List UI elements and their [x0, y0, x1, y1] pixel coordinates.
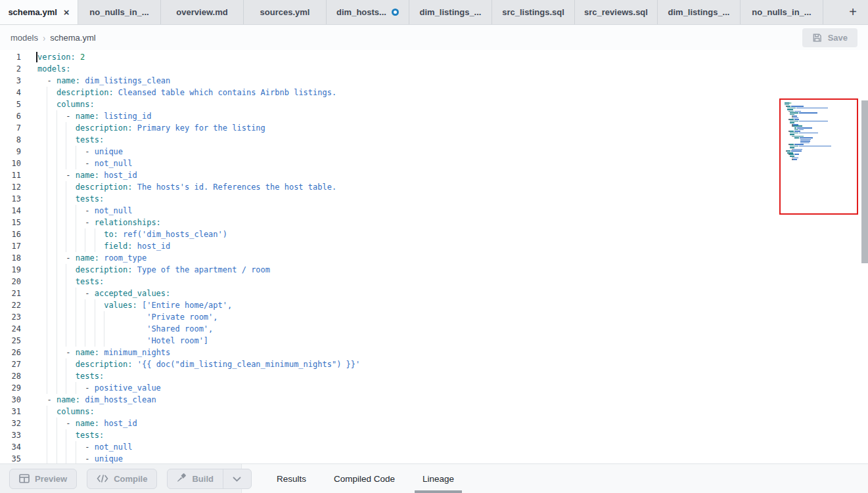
- code-line[interactable]: 10 - not_null: [0, 158, 868, 169]
- tab-src-reviews-sql[interactable]: src_reviews.sql: [575, 0, 658, 24]
- line-number[interactable]: 35: [0, 453, 21, 463]
- line-number[interactable]: 3: [0, 75, 21, 87]
- line-number[interactable]: 6: [0, 110, 21, 122]
- code-line[interactable]: 12 description: The hosts's id. Referenc…: [0, 181, 868, 193]
- tab-lineage[interactable]: Lineage: [409, 464, 468, 493]
- minimap[interactable]: [779, 98, 858, 215]
- code-line[interactable]: 20 tests:: [0, 276, 868, 288]
- line-number[interactable]: 16: [0, 228, 21, 240]
- preview-button[interactable]: Preview: [9, 469, 77, 489]
- line-number[interactable]: 21: [0, 288, 21, 299]
- code-line[interactable]: 34 - not_null: [0, 441, 868, 453]
- line-number[interactable]: 14: [0, 205, 21, 217]
- line-number[interactable]: 31: [0, 406, 21, 418]
- tab-results[interactable]: Results: [263, 464, 320, 493]
- line-number[interactable]: 27: [0, 358, 21, 370]
- code-line[interactable]: 9 - unique: [0, 146, 868, 158]
- code-line[interactable]: 2models:: [0, 63, 868, 75]
- build-dropdown-button[interactable]: [223, 469, 251, 488]
- line-number[interactable]: 4: [0, 87, 21, 98]
- code-line[interactable]: 15 - relationships:: [0, 217, 868, 228]
- minimap-token: [785, 114, 790, 116]
- line-number[interactable]: 32: [0, 418, 21, 429]
- line-number[interactable]: 24: [0, 323, 21, 335]
- code-line[interactable]: 7 description: Primary key for the listi…: [0, 122, 868, 134]
- code-line[interactable]: 11 - name: host_id: [0, 169, 868, 181]
- tab-dim-listings[interactable]: dim_listings_...: [658, 0, 741, 24]
- tab-schema-yml[interactable]: schema.yml×: [0, 0, 78, 24]
- code-line[interactable]: 14 - not_null: [0, 205, 868, 217]
- indent-guide: [57, 240, 57, 252]
- code-line[interactable]: 13 tests:: [0, 193, 868, 205]
- code-line[interactable]: 21 - accepted_values:: [0, 288, 868, 299]
- code-token: dim_hosts_clean: [85, 395, 156, 404]
- code-line[interactable]: 22 values: ['Entire home/apt',: [0, 299, 868, 311]
- vertical-scrollbar[interactable]: [861, 100, 868, 263]
- code-line[interactable]: 35 - unique: [0, 453, 868, 463]
- code-line[interactable]: 18 - name: room_type: [0, 252, 868, 264]
- code-token: listing_id: [104, 112, 151, 121]
- code-line[interactable]: 31 columns:: [0, 406, 868, 418]
- compile-button[interactable]: Compile: [87, 469, 157, 489]
- line-text: - name: host_id: [37, 169, 137, 181]
- line-number[interactable]: 18: [0, 252, 21, 264]
- code-line[interactable]: 8 tests:: [0, 134, 868, 146]
- new-tab-button[interactable]: +: [838, 0, 868, 24]
- close-icon[interactable]: ×: [64, 7, 70, 17]
- tab-no-nulls-in[interactable]: no_nulls_in_...: [78, 0, 161, 24]
- code-line[interactable]: 3 - name: dim_listings_clean: [0, 75, 868, 87]
- line-number[interactable]: 28: [0, 370, 21, 382]
- tab-compiled-code[interactable]: Compiled Code: [320, 464, 409, 493]
- code-line[interactable]: 30 - name: dim_hosts_clean: [0, 394, 868, 406]
- line-number[interactable]: 11: [0, 169, 21, 181]
- line-number[interactable]: 25: [0, 335, 21, 347]
- minimap-token: [796, 108, 828, 109]
- line-number[interactable]: 29: [0, 382, 21, 394]
- code-line[interactable]: 32 - name: host_id: [0, 418, 868, 429]
- code-line[interactable]: 27 description: '{{ doc("dim_listing_cle…: [0, 358, 868, 370]
- tab-src-listings-sql[interactable]: src_listings.sql: [492, 0, 575, 24]
- line-number[interactable]: 2: [0, 63, 21, 75]
- line-number[interactable]: 15: [0, 217, 21, 228]
- line-number[interactable]: 22: [0, 299, 21, 311]
- tab-dim-hosts[interactable]: dim_hosts...: [327, 0, 409, 24]
- code-line[interactable]: 19 description: Type of the apartment / …: [0, 264, 868, 276]
- code-line[interactable]: 29 - positive_value: [0, 382, 868, 394]
- build-button[interactable]: Build: [168, 469, 223, 488]
- code-line[interactable]: 6 - name: listing_id: [0, 110, 868, 122]
- line-number[interactable]: 1: [0, 51, 21, 63]
- code-line[interactable]: 23 'Private room',: [0, 311, 868, 323]
- line-number[interactable]: 20: [0, 276, 21, 288]
- code-line[interactable]: 16 to: ref('dim_hosts_clean'): [0, 228, 868, 240]
- line-number[interactable]: 7: [0, 122, 21, 134]
- line-number[interactable]: 17: [0, 240, 21, 252]
- minimap-token: [785, 118, 792, 119]
- line-number[interactable]: 13: [0, 193, 21, 205]
- line-number[interactable]: 33: [0, 429, 21, 441]
- line-number[interactable]: 5: [0, 98, 21, 110]
- code-line[interactable]: 4 description: Cleansed table which cont…: [0, 87, 868, 98]
- code-line[interactable]: 28 tests:: [0, 370, 868, 382]
- code-line[interactable]: 33 tests:: [0, 429, 868, 441]
- line-number[interactable]: 19: [0, 264, 21, 276]
- code-line[interactable]: 1version: 2: [0, 51, 868, 63]
- line-number[interactable]: 23: [0, 311, 21, 323]
- line-number[interactable]: 34: [0, 441, 21, 453]
- code-editor[interactable]: 1version: 22models:3 - name: dim_listing…: [0, 50, 868, 463]
- save-button[interactable]: Save: [802, 28, 857, 47]
- code-line[interactable]: 5 columns:: [0, 98, 868, 110]
- code-line[interactable]: 26 - name: minimum_nights: [0, 347, 868, 358]
- line-number[interactable]: 12: [0, 181, 21, 193]
- code-line[interactable]: 25 'Hotel room']: [0, 335, 868, 347]
- line-number[interactable]: 8: [0, 134, 21, 146]
- line-number[interactable]: 30: [0, 394, 21, 406]
- code-line[interactable]: 17 field: host_id: [0, 240, 868, 252]
- line-number[interactable]: 9: [0, 146, 21, 158]
- line-number[interactable]: 26: [0, 347, 21, 358]
- code-line[interactable]: 24 'Shared room',: [0, 323, 868, 335]
- tab-no-nulls-in[interactable]: no_nulls_in_...: [741, 0, 823, 24]
- tab-overview-md[interactable]: overview.md: [161, 0, 244, 24]
- tab-dim-listings[interactable]: dim_listings_...: [409, 0, 492, 24]
- line-number[interactable]: 10: [0, 158, 21, 169]
- tab-sources-yml[interactable]: sources.yml: [244, 0, 327, 24]
